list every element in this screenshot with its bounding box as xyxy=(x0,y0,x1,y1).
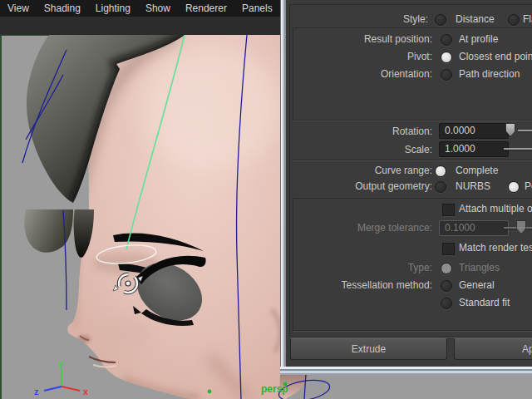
pivot-closest-end-point-radio[interactable] xyxy=(441,52,452,63)
output-geometry-nurbs-radio[interactable] xyxy=(435,181,446,193)
attach-multiple-checkbox[interactable] xyxy=(442,204,455,216)
scale-slider-track[interactable] xyxy=(504,148,532,150)
menu-panels[interactable]: Panels xyxy=(234,0,280,17)
rotation-slider-track[interactable] xyxy=(518,130,532,131)
curve-range-label: Curve range: xyxy=(286,163,432,178)
dialog-body: Style: Distance Fla Result position: At … xyxy=(286,0,532,367)
extrude-options-dialog: Style: Distance Fla Result position: At … xyxy=(280,0,532,375)
section-divider xyxy=(293,160,532,161)
type-triangles-radio xyxy=(441,263,452,274)
result-position-at-profile-option[interactable]: At profile xyxy=(459,32,498,47)
apply-button[interactable]: Ap xyxy=(454,338,532,360)
dialog-bottom-edge[interactable] xyxy=(280,367,532,375)
scale-label: Scale: xyxy=(286,142,432,157)
maya-window: persp y x z View Shading Lighting Show R… xyxy=(0,0,532,399)
style-distance-option[interactable]: Distance xyxy=(456,12,495,27)
orientation-path-direction-option[interactable]: Path direction xyxy=(459,66,520,81)
curve-edit-point[interactable] xyxy=(208,390,212,394)
merge-tolerance-label: Merge tolerance: xyxy=(286,220,432,235)
type-label: Type: xyxy=(286,260,432,275)
rotation-field[interactable]: 0.0000 xyxy=(439,123,509,139)
tessellation-general-radio[interactable] xyxy=(441,280,452,292)
orientation-path-direction-radio[interactable] xyxy=(441,69,452,81)
tessellation-standard-fit-radio[interactable] xyxy=(441,298,452,309)
output-geometry-polygons-radio[interactable] xyxy=(508,181,520,193)
menu-lighting[interactable]: Lighting xyxy=(88,0,138,17)
menu-shading[interactable]: Shading xyxy=(37,0,88,17)
pivot-closest-end-point-option[interactable]: Closest end point xyxy=(459,49,532,64)
output-geometry-nurbs-option[interactable]: NURBS xyxy=(456,179,490,194)
axis-x-label: x xyxy=(83,387,89,397)
rotation-label: Rotation: xyxy=(286,124,432,139)
curve-range-complete-radio[interactable] xyxy=(435,165,446,177)
axis-y-label: y xyxy=(58,358,64,368)
output-geometry-label: Output geometry: xyxy=(286,179,432,194)
dialog-left-edge[interactable] xyxy=(280,0,286,367)
result-position-label: Result position: xyxy=(286,32,432,47)
attach-multiple-label[interactable]: Attach multiple out xyxy=(459,201,532,216)
style-flat-radio[interactable] xyxy=(508,14,520,26)
tessellation-method-label: Tessellation method: xyxy=(286,278,432,293)
curve-range-complete-option[interactable]: Complete xyxy=(456,163,498,178)
style-label: Style: xyxy=(286,12,428,27)
scale-field[interactable]: 1.0000 xyxy=(439,141,509,157)
tessellation-standard-fit-option[interactable]: Standard fit xyxy=(459,295,510,310)
tessellation-general-option[interactable]: General xyxy=(459,278,495,293)
menu-renderer[interactable]: Renderer xyxy=(178,0,234,17)
axis-z-label: z xyxy=(34,387,39,397)
pivot-label: Pivot: xyxy=(286,49,432,64)
result-position-at-profile-radio[interactable] xyxy=(441,34,452,46)
camera-name-label: persp xyxy=(261,383,288,395)
menu-view[interactable]: View xyxy=(0,0,37,17)
output-geometry-polygons-option[interactable]: Po xyxy=(525,179,532,194)
menu-show[interactable]: Show xyxy=(138,0,178,17)
viewport-active-border-left xyxy=(0,34,2,399)
orientation-label: Orientation: xyxy=(286,66,432,81)
style-flat-option[interactable]: Fla xyxy=(523,12,532,27)
type-triangles-option: Triangles xyxy=(459,260,500,275)
match-render-checkbox[interactable] xyxy=(442,243,455,255)
style-distance-radio[interactable] xyxy=(435,14,446,26)
merge-tolerance-field: 0.1000 xyxy=(439,220,509,236)
extrude-button[interactable]: Extrude xyxy=(290,338,447,360)
match-render-label[interactable]: Match render tess xyxy=(459,240,532,255)
